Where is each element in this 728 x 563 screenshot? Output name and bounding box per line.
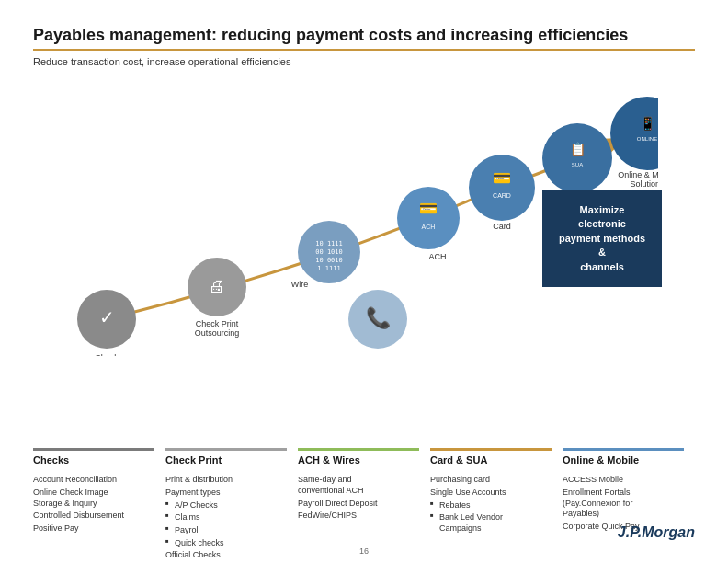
- list-item: Purchasing card: [430, 475, 552, 486]
- svg-text:Solutions: Solutions: [630, 179, 658, 189]
- list-item: Positive Pay: [33, 523, 154, 534]
- list-item: Payment types: [165, 488, 287, 499]
- svg-text:Check Print: Check Print: [196, 319, 239, 328]
- slide: Payables management: reducing payment co…: [0, 0, 728, 563]
- svg-text:Wire: Wire: [291, 280, 309, 289]
- svg-text:Card: Card: [493, 222, 511, 231]
- col-header-cardsua: Card & SUA: [430, 448, 552, 469]
- svg-text:💳: 💳: [493, 169, 511, 187]
- col-cardsua: Card & SUA Purchasing card Single Use Ac…: [430, 448, 563, 563]
- list-item: Account Reconciliation: [33, 475, 154, 486]
- svg-text:📱: 📱: [640, 116, 656, 132]
- list-item: Enrollment Portals(Pay.Connexion forPaya…: [563, 488, 684, 520]
- list-item: Same-day andconventional ACH: [298, 475, 419, 496]
- svg-text:ACH: ACH: [422, 224, 436, 230]
- svg-text:ACH: ACH: [428, 252, 446, 261]
- title-underline: [33, 49, 695, 51]
- list-item: Payroll Direct Deposit: [298, 499, 419, 510]
- list-item: Controlled Disbursement: [33, 511, 154, 522]
- svg-text:Check: Check: [95, 353, 119, 356]
- col-header-achwires: ACH & Wires: [298, 448, 419, 469]
- list-item: Rebates: [430, 500, 552, 511]
- svg-text:Outsourcing: Outsourcing: [195, 328, 240, 338]
- col-header-checkprint: Check Print: [165, 448, 287, 469]
- list-item: Payroll: [165, 525, 287, 536]
- list-item: FedWire/CHIPS: [298, 511, 419, 522]
- svg-point-12: [397, 187, 460, 249]
- col-header-checks: Checks: [33, 448, 154, 469]
- diagram-area: ✓ 🖨 10 1111 00 1010 10 0010 1 1111 📞 💳 A…: [33, 71, 695, 356]
- svg-text:1 1111: 1 1111: [317, 265, 340, 272]
- maximize-box: Maximize electronicpayment methods &chan…: [542, 190, 662, 287]
- page-number: 16: [359, 546, 369, 556]
- svg-text:00 1010: 00 1010: [315, 248, 343, 256]
- list-item: Claims: [165, 512, 287, 523]
- svg-text:📋: 📋: [570, 142, 586, 157]
- list-item: A/P Checks: [165, 500, 287, 511]
- list-item: Bank Led VendorCampaigns: [430, 512, 552, 534]
- list-item: Quick checks: [165, 538, 287, 549]
- list-item: Print & distribution: [165, 475, 287, 486]
- col-onlinemobile: Online & Mobile ACCESS Mobile Enrollment…: [563, 448, 695, 563]
- svg-text:💳: 💳: [419, 200, 438, 217]
- svg-text:ONLINE: ONLINE: [637, 136, 657, 142]
- col-checkprint: Check Print Print & distribution Payment…: [165, 448, 298, 563]
- list-item: Official Checks: [165, 550, 287, 561]
- svg-text:10 1111: 10 1111: [315, 240, 343, 247]
- subtitle: Reduce transaction cost, increase operat…: [33, 56, 695, 67]
- svg-text:10 0010: 10 0010: [315, 257, 343, 264]
- col-checks: Checks Account Reconciliation Online Che…: [33, 448, 165, 563]
- list-item: Online Check ImageStorage & Inquiry: [33, 488, 154, 509]
- svg-point-18: [542, 123, 612, 193]
- svg-text:🖨: 🖨: [209, 277, 225, 295]
- bottom-section: Checks Account Reconciliation Online Che…: [0, 448, 728, 563]
- svg-point-15: [469, 155, 535, 221]
- jpmorgan-logo: J.P.Morgan: [618, 524, 695, 541]
- page-title: Payables management: reducing payment co…: [33, 26, 695, 45]
- list-item: ACCESS Mobile: [563, 475, 684, 486]
- svg-text:📞: 📞: [366, 305, 392, 330]
- col-header-onlinemobile: Online & Mobile: [563, 448, 684, 469]
- svg-text:✓: ✓: [99, 307, 115, 327]
- svg-text:CARD: CARD: [493, 192, 511, 199]
- svg-text:SUA: SUA: [572, 162, 583, 167]
- svg-text:Online & Mobile: Online & Mobile: [618, 170, 658, 179]
- svg-point-21: [610, 97, 658, 170]
- list-item: Single Use Accounts: [430, 488, 552, 499]
